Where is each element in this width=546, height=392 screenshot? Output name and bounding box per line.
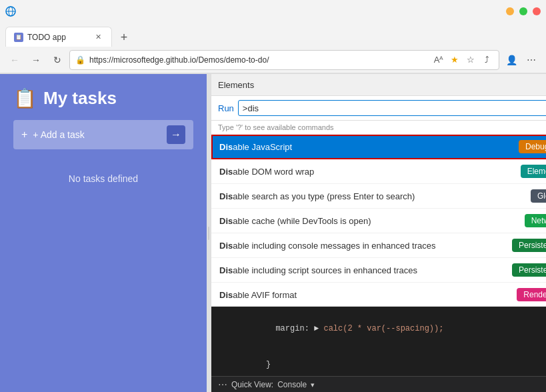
- address-bar[interactable]: 🔒 https://microsoftedge.github.io/Demos/…: [69, 50, 499, 70]
- add-task-bar[interactable]: + + Add a task →: [13, 120, 193, 149]
- browser-tab[interactable]: 📋 TODO app ✕: [5, 27, 112, 47]
- favorite-icon[interactable]: ★: [448, 53, 461, 67]
- reader-mode-icon[interactable]: Aᴬ: [432, 53, 445, 67]
- maximize-button[interactable]: [519, 7, 527, 15]
- command-badge[interactable]: Debugger: [519, 140, 546, 153]
- command-bar: Run: [211, 96, 546, 121]
- add-task-label: + Add a task: [33, 129, 84, 140]
- more-button[interactable]: ⋯: [522, 51, 541, 69]
- add-task-arrow-button[interactable]: →: [167, 125, 185, 144]
- code-line: margin: ► calc(2 * var(--spacing));: [218, 311, 546, 347]
- nav-right: 👤 ⋯: [502, 51, 541, 69]
- code-line: }: [218, 347, 546, 376]
- tab-label: TODO app: [27, 33, 66, 42]
- command-item[interactable]: Disable cache (while DevTools is open)Ne…: [211, 209, 546, 233]
- command-badge[interactable]: Persistence: [512, 239, 546, 252]
- new-tab-button[interactable]: +: [115, 28, 133, 47]
- command-item[interactable]: Disable search as you type (press Enter …: [211, 184, 546, 209]
- command-badge[interactable]: Network: [525, 214, 546, 227]
- command-list: Disable JavaScriptDebuggerDisable DOM wo…: [211, 135, 546, 306]
- collections-icon[interactable]: ☆: [464, 53, 477, 67]
- quick-view-label: Quick View:: [231, 380, 273, 389]
- devtools-panel: Elements ✕ Run Type '?' to see available…: [211, 74, 546, 392]
- share-icon[interactable]: ⤴: [480, 53, 493, 67]
- quick-view-bar: ⋯ Quick View: Console ▾ ⬒ ?: [211, 376, 546, 392]
- browser-icon: [5, 6, 16, 17]
- todo-app-title: My tasks: [43, 88, 117, 109]
- tab-bar: 📋 TODO app ✕ +: [0, 23, 546, 47]
- quick-view-chevron[interactable]: ▾: [311, 381, 315, 389]
- close-window-button[interactable]: [533, 7, 541, 15]
- code-panel: margin: ► calc(2 * var(--spacing)); } bo…: [211, 306, 546, 392]
- command-badge[interactable]: Persistence: [512, 263, 546, 277]
- todo-header: 📋 My tasks: [13, 87, 193, 109]
- address-text: https://microsoftedge.github.io/Demos/de…: [89, 55, 428, 65]
- lock-icon: 🔒: [75, 55, 85, 65]
- command-item[interactable]: Disable including console messages in en…: [211, 233, 546, 258]
- command-item[interactable]: Disable including script sources in enha…: [211, 258, 546, 283]
- add-task-plus-icon: +: [21, 129, 27, 141]
- command-badge[interactable]: Rendering: [517, 288, 546, 301]
- command-item[interactable]: Disable DOM word wrapElements: [211, 159, 546, 184]
- title-bar: [0, 0, 546, 23]
- command-item[interactable]: Disable AVIF formatRendering: [211, 283, 546, 306]
- command-badge[interactable]: Elements: [521, 165, 546, 178]
- nav-bar: ← → ↻ 🔒 https://microsoftedge.github.io/…: [0, 47, 546, 73]
- command-badge[interactable]: Global: [531, 189, 546, 203]
- back-button[interactable]: ←: [5, 51, 24, 69]
- code-content: margin: ► calc(2 * var(--spacing)); } bo…: [211, 307, 546, 376]
- arrow-icon: →: [171, 129, 181, 141]
- devtools-header: Elements ✕: [211, 74, 546, 96]
- minimize-button[interactable]: [506, 7, 514, 15]
- forward-button[interactable]: →: [27, 51, 45, 69]
- address-icons: Aᴬ ★ ☆ ⤴: [432, 53, 493, 67]
- main-area: 📋 My tasks + + Add a task → No tasks def…: [0, 74, 546, 392]
- run-label[interactable]: Run: [218, 103, 234, 113]
- hint-text: Type '?' to see available commands: [211, 121, 546, 135]
- devtools-title: Elements: [218, 80, 254, 90]
- refresh-button[interactable]: ↻: [48, 51, 67, 69]
- dots-icon[interactable]: ⋯: [218, 379, 227, 390]
- tab-close-button[interactable]: ✕: [93, 32, 103, 43]
- quick-view-value: Console: [277, 380, 307, 389]
- command-input[interactable]: [238, 100, 546, 116]
- profile-button[interactable]: 👤: [502, 51, 521, 69]
- browser-chrome: 📋 TODO app ✕ + ← → ↻ 🔒 https://microsoft…: [0, 0, 546, 74]
- no-tasks-message: No tasks defined: [13, 173, 193, 184]
- todo-app: 📋 My tasks + + Add a task → No tasks def…: [0, 74, 207, 392]
- command-item[interactable]: Disable JavaScriptDebugger: [211, 135, 546, 159]
- todo-app-icon: 📋: [13, 87, 37, 109]
- title-bar-left: [5, 6, 16, 17]
- tab-favicon: 📋: [14, 33, 23, 42]
